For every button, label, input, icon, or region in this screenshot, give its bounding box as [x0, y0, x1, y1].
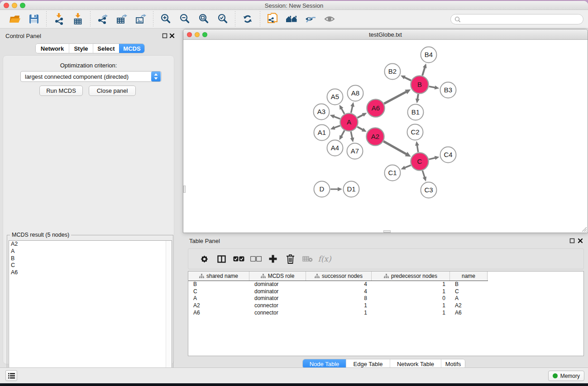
result-item[interactable]: A2	[9, 241, 172, 248]
table-options-icon[interactable]	[196, 252, 213, 266]
table-toolbar: f(x)	[188, 248, 584, 269]
edge-C-C3[interactable]	[422, 171, 425, 178]
show-details-icon[interactable]	[322, 12, 337, 26]
edge-A-A2[interactable]	[357, 127, 363, 130]
unselect-all-columns-icon[interactable]	[247, 252, 264, 266]
show-column-icon[interactable]	[213, 252, 230, 266]
content-area: Control Panel NetworkStyleSelectMCDS Opt…	[0, 29, 588, 367]
import-network-icon[interactable]	[51, 12, 67, 26]
table-row[interactable]: Bdominator41B	[188, 281, 583, 288]
open-file-icon[interactable]	[7, 12, 23, 26]
network-overview-icon[interactable]	[284, 12, 299, 26]
edge-A-A4[interactable]	[341, 130, 344, 137]
result-list-scrollbar[interactable]	[166, 241, 172, 383]
select-all-columns-icon[interactable]	[230, 252, 247, 266]
column-header-name[interactable]: name	[450, 272, 488, 281]
result-item[interactable]: A	[9, 248, 172, 255]
edge-A-A8[interactable]	[351, 105, 353, 113]
edge-arrowhead	[423, 63, 427, 68]
table-row[interactable]: Cdominator41C	[188, 288, 583, 295]
task-history-button[interactable]	[5, 370, 17, 381]
node-label-A4: A4	[331, 144, 339, 152]
mcds-result-list[interactable]: A2ABCA6	[9, 240, 172, 383]
network-canvas[interactable]: B4B2BB3A8A5A6A3B1AC2A1A2A4A7C4CC1DD1C3	[183, 40, 588, 233]
network-graph[interactable]: B4B2BB3A8A5A6A3B1AC2A1A2A4A7C4CC1DD1C3	[183, 40, 588, 233]
import-table-icon[interactable]	[70, 12, 86, 26]
canvas-bottom-handle[interactable]	[383, 230, 391, 233]
close-table-panel-icon[interactable]	[578, 238, 583, 243]
edge-A-A7[interactable]	[351, 132, 352, 139]
edge-B-B2[interactable]	[404, 77, 411, 81]
memory-button[interactable]: Memory	[548, 371, 584, 381]
zoom-selected-icon[interactable]	[215, 12, 230, 26]
edge-A-A6[interactable]	[358, 114, 364, 118]
duplicate-network-icon[interactable]	[265, 12, 280, 26]
table-tab-edge-table[interactable]: Edge Table	[346, 359, 390, 368]
node-table[interactable]: shared nameMCDS rolesuccessor nodesprede…	[188, 271, 584, 356]
result-item[interactable]: A6	[9, 269, 172, 276]
close-panel-button[interactable]: Close panel	[89, 86, 136, 96]
table-panel-title: Table Panel	[189, 238, 220, 244]
edge-A2-C[interactable]	[383, 141, 407, 154]
tab-select[interactable]: Select	[93, 44, 119, 53]
edge-B-B3[interactable]	[429, 86, 436, 88]
create-column-icon[interactable]	[264, 252, 282, 266]
tab-mcds[interactable]: MCDS	[119, 44, 144, 53]
table-cell: A2	[188, 302, 249, 310]
refresh-layout-icon[interactable]	[240, 12, 255, 26]
canvas-left-handle[interactable]	[183, 186, 186, 193]
node-label-A8: A8	[351, 89, 359, 97]
tab-network[interactable]: Network	[36, 44, 69, 53]
resize-grip[interactable]	[581, 226, 587, 232]
table-tab-motifs[interactable]: Motifs	[441, 359, 465, 368]
function-builder-icon[interactable]: f(x)	[316, 252, 333, 266]
tab-style[interactable]: Style	[69, 44, 93, 53]
main-toolbar	[0, 10, 588, 29]
column-header-predecessor-nodes[interactable]: predecessor nodes	[372, 272, 450, 281]
table-row[interactable]: Adominator80A	[188, 295, 583, 302]
edge-C-C4[interactable]	[429, 157, 435, 159]
edge-C-C2[interactable]	[417, 145, 418, 152]
table-tab-node-table[interactable]: Node Table	[303, 359, 346, 368]
criterion-value: largest connected component (directed)	[21, 73, 151, 80]
result-item[interactable]: B	[9, 255, 172, 262]
column-header-mcds-role[interactable]: MCDS role	[249, 272, 306, 281]
criterion-dropdown[interactable]: largest connected component (directed)	[20, 71, 162, 82]
close-panel-icon[interactable]	[169, 33, 175, 38]
delete-column-icon[interactable]	[282, 252, 299, 266]
zoom-in-icon[interactable]	[158, 12, 173, 26]
network-window-title: testGlobe.txt	[183, 31, 588, 38]
table-row[interactable]: A6connector11A6	[188, 310, 583, 317]
search-input[interactable]	[461, 14, 583, 24]
status-bar: Memory	[0, 367, 588, 383]
edge-A6-B[interactable]	[384, 91, 407, 104]
edge-A-A3[interactable]	[333, 116, 340, 119]
column-header-successor-nodes[interactable]: successor nodes	[306, 272, 372, 281]
export-image-icon[interactable]	[133, 12, 148, 26]
edge-B-B4[interactable]	[422, 67, 425, 76]
delete-table-icon[interactable]	[299, 252, 316, 266]
column-header-shared-name[interactable]: shared name	[188, 272, 249, 281]
toolbar-separator	[46, 11, 47, 27]
save-session-icon[interactable]	[26, 12, 42, 26]
zoom-fit-icon[interactable]	[196, 12, 211, 26]
node-label-A5: A5	[331, 93, 339, 100]
table-tab-network-table[interactable]: Network Table	[390, 359, 441, 368]
table-cell: B	[188, 281, 249, 288]
run-mcds-button[interactable]: Run MCDS	[39, 86, 83, 96]
edge-A-A5[interactable]	[341, 108, 344, 114]
control-panel: Control Panel NetworkStyleSelectMCDS Opt…	[0, 29, 177, 367]
table-panel: Table Panel	[183, 234, 588, 368]
table-row[interactable]: A2connector11A2	[188, 302, 583, 310]
zoom-out-icon[interactable]	[177, 12, 192, 26]
float-table-panel-icon[interactable]	[569, 238, 575, 243]
mcds-result-groupbox: MCDS result (5 nodes) A2ABCA6	[7, 235, 173, 383]
node-label-B: B	[417, 81, 422, 88]
hide-details-icon[interactable]	[303, 12, 318, 26]
export-network-icon[interactable]	[95, 12, 110, 26]
edge-A-A1[interactable]	[334, 126, 340, 128]
float-panel-icon[interactable]	[162, 33, 167, 38]
edge-C-C1[interactable]	[404, 165, 411, 168]
result-item[interactable]: C	[9, 262, 172, 269]
export-table-icon[interactable]	[114, 12, 129, 26]
